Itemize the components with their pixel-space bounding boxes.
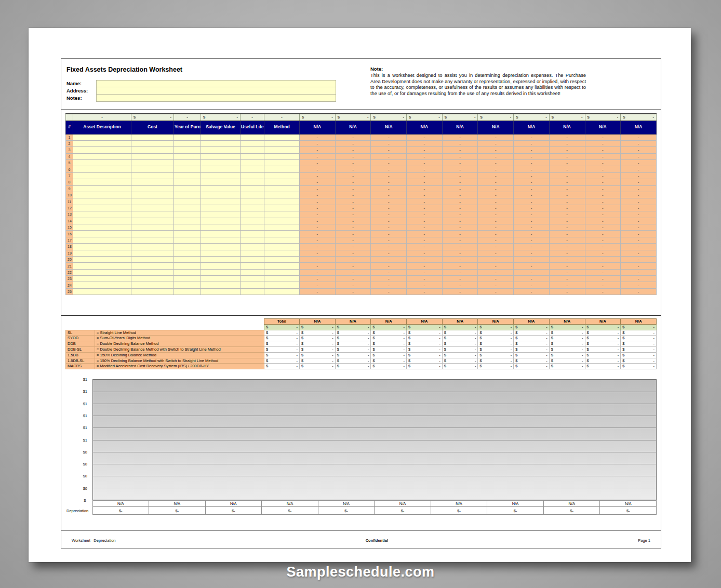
- asset-input-cell[interactable]: [73, 237, 131, 243]
- asset-input-cell[interactable]: [241, 211, 264, 218]
- asset-input-cell[interactable]: [131, 185, 174, 192]
- asset-input-cell[interactable]: [264, 166, 300, 172]
- asset-input-cell[interactable]: [174, 160, 201, 166]
- asset-input-cell[interactable]: [174, 244, 201, 250]
- asset-input-cell[interactable]: [201, 218, 241, 224]
- asset-input-cell[interactable]: [174, 185, 201, 192]
- asset-input-cell[interactable]: [264, 172, 300, 179]
- asset-input-cell[interactable]: [174, 288, 201, 295]
- asset-input-cell[interactable]: [73, 134, 131, 140]
- asset-input-cell[interactable]: [201, 153, 241, 159]
- asset-input-cell[interactable]: [174, 276, 201, 282]
- asset-input-cell[interactable]: [73, 231, 131, 237]
- asset-input-cell[interactable]: [264, 256, 300, 262]
- asset-input-cell[interactable]: [264, 218, 300, 224]
- asset-input-cell[interactable]: [131, 269, 174, 275]
- asset-input-cell[interactable]: [264, 198, 300, 205]
- asset-input-cell[interactable]: [201, 256, 241, 262]
- asset-input-cell[interactable]: [201, 224, 241, 230]
- asset-input-cell[interactable]: [241, 153, 264, 159]
- asset-input-cell[interactable]: [264, 192, 300, 198]
- asset-input-cell[interactable]: [241, 192, 264, 198]
- asset-input-cell[interactable]: [264, 185, 300, 192]
- asset-input-cell[interactable]: [241, 166, 264, 172]
- asset-input-cell[interactable]: [241, 140, 264, 146]
- asset-input-cell[interactable]: [264, 134, 300, 140]
- asset-input-cell[interactable]: [241, 224, 264, 230]
- asset-input-cell[interactable]: [73, 263, 131, 269]
- asset-input-cell[interactable]: [264, 224, 300, 230]
- asset-input-cell[interactable]: [73, 192, 131, 198]
- asset-input-cell[interactable]: [174, 134, 201, 140]
- field-input[interactable]: [96, 87, 336, 95]
- asset-input-cell[interactable]: [201, 134, 241, 140]
- asset-input-cell[interactable]: [264, 244, 300, 250]
- asset-input-cell[interactable]: [241, 205, 264, 211]
- asset-input-cell[interactable]: [264, 282, 300, 288]
- asset-input-cell[interactable]: [73, 288, 131, 295]
- asset-input-cell[interactable]: [241, 198, 264, 205]
- asset-input-cell[interactable]: [241, 147, 264, 153]
- asset-input-cell[interactable]: [241, 231, 264, 237]
- asset-input-cell[interactable]: [264, 263, 300, 269]
- asset-input-cell[interactable]: [174, 211, 201, 218]
- asset-input-cell[interactable]: [264, 269, 300, 275]
- asset-input-cell[interactable]: [131, 256, 174, 262]
- asset-input-cell[interactable]: [131, 224, 174, 230]
- asset-input-cell[interactable]: [73, 198, 131, 205]
- asset-input-cell[interactable]: [201, 250, 241, 256]
- asset-input-cell[interactable]: [241, 288, 264, 295]
- asset-input-cell[interactable]: [73, 211, 131, 218]
- asset-input-cell[interactable]: [73, 269, 131, 275]
- asset-input-cell[interactable]: [131, 231, 174, 237]
- asset-input-cell[interactable]: [73, 282, 131, 288]
- asset-input-cell[interactable]: [201, 140, 241, 146]
- asset-input-cell[interactable]: [241, 282, 264, 288]
- asset-input-cell[interactable]: [201, 244, 241, 250]
- asset-input-cell[interactable]: [131, 166, 174, 172]
- asset-input-cell[interactable]: [131, 160, 174, 166]
- asset-input-cell[interactable]: [201, 192, 241, 198]
- asset-input-cell[interactable]: [131, 134, 174, 140]
- asset-input-cell[interactable]: [264, 153, 300, 159]
- asset-input-cell[interactable]: [131, 147, 174, 153]
- asset-input-cell[interactable]: [201, 147, 241, 153]
- asset-input-cell[interactable]: [174, 192, 201, 198]
- asset-input-cell[interactable]: [201, 198, 241, 205]
- asset-input-cell[interactable]: [174, 224, 201, 230]
- asset-input-cell[interactable]: [73, 153, 131, 159]
- asset-input-cell[interactable]: [174, 179, 201, 185]
- asset-input-cell[interactable]: [174, 153, 201, 159]
- asset-input-cell[interactable]: [73, 147, 131, 153]
- asset-input-cell[interactable]: [264, 250, 300, 256]
- asset-input-cell[interactable]: [174, 198, 201, 205]
- asset-input-cell[interactable]: [201, 263, 241, 269]
- asset-input-cell[interactable]: [73, 172, 131, 179]
- field-input[interactable]: [96, 95, 336, 102]
- asset-input-cell[interactable]: [73, 218, 131, 224]
- asset-input-cell[interactable]: [174, 250, 201, 256]
- asset-input-cell[interactable]: [131, 250, 174, 256]
- asset-input-cell[interactable]: [174, 263, 201, 269]
- asset-input-cell[interactable]: [131, 211, 174, 218]
- asset-input-cell[interactable]: [73, 140, 131, 146]
- asset-input-cell[interactable]: [201, 211, 241, 218]
- asset-input-cell[interactable]: [241, 160, 264, 166]
- asset-input-cell[interactable]: [241, 179, 264, 185]
- asset-input-cell[interactable]: [131, 282, 174, 288]
- asset-input-cell[interactable]: [241, 185, 264, 192]
- asset-input-cell[interactable]: [73, 224, 131, 230]
- asset-input-cell[interactable]: [73, 205, 131, 211]
- asset-input-cell[interactable]: [241, 172, 264, 179]
- asset-input-cell[interactable]: [174, 166, 201, 172]
- asset-input-cell[interactable]: [131, 218, 174, 224]
- asset-input-cell[interactable]: [131, 263, 174, 269]
- asset-input-cell[interactable]: [73, 185, 131, 192]
- asset-input-cell[interactable]: [264, 140, 300, 146]
- asset-input-cell[interactable]: [73, 166, 131, 172]
- asset-input-cell[interactable]: [174, 231, 201, 237]
- asset-input-cell[interactable]: [73, 250, 131, 256]
- asset-input-cell[interactable]: [73, 244, 131, 250]
- asset-input-cell[interactable]: [201, 276, 241, 282]
- field-input[interactable]: [96, 80, 336, 87]
